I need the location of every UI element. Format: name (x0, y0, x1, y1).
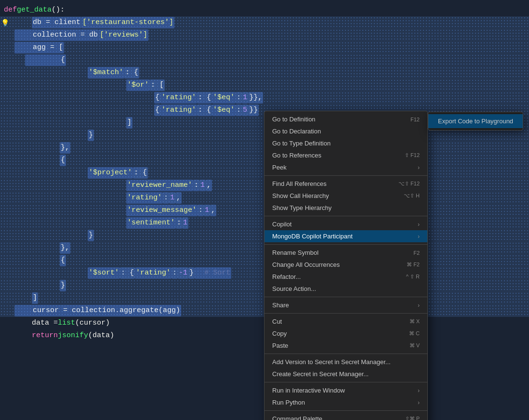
menu-separator (264, 410, 427, 411)
arrow-icon: › (418, 221, 420, 228)
menu-item-label: Copilot (272, 221, 414, 228)
menu-item-source-action[interactable]: Source Action... (264, 283, 427, 295)
menu-item-label: Share (272, 302, 414, 309)
menu-item-go-to-def[interactable]: Go to Definition F12 (264, 113, 427, 125)
menu-item-label: Go to Declaration (272, 128, 420, 135)
menu-item-label: Change All Occurrences (272, 261, 397, 268)
menu-shortcut: F12 (410, 117, 420, 122)
menu-item-label: Go to Type Definition (272, 140, 420, 147)
menu-shortcut: ^ ⇧ R (406, 274, 420, 280)
menu-item-go-to-refs[interactable]: Go to References ⇧ F12 (264, 149, 427, 161)
menu-separator (264, 244, 427, 245)
menu-item-label: Cut (272, 318, 400, 325)
menu-shortcut: ⌘ C (409, 330, 420, 337)
menu-shortcut: ⌘ F2 (407, 262, 420, 268)
menu-shortcut: ⌘ X (410, 318, 420, 325)
arrow-icon: › (418, 387, 420, 394)
menu-item-label: Create Secret in Secret Manager... (272, 370, 420, 378)
menu-shortcut: F2 (413, 250, 420, 256)
lightbulb-icon: 💡 (1, 18, 9, 28)
menu-item-label: Command Palette... (272, 415, 396, 420)
menu-separator (264, 297, 427, 297)
menu-item-peek[interactable]: Peek › (264, 161, 427, 173)
function-name: get_data (17, 4, 52, 16)
menu-item-cut[interactable]: Cut ⌘ X (264, 315, 427, 328)
code-line: '$match': { (0, 66, 529, 79)
menu-item-create-secret[interactable]: Create Secret in Secret Manager... (264, 368, 427, 380)
menu-item-mongodb-copilot[interactable]: MongoDB Copilot Participant › (264, 230, 427, 242)
menu-separator (264, 354, 427, 354)
arrow-icon: › (418, 164, 420, 171)
arrow-icon: › (418, 302, 420, 309)
menu-item-run-interactive[interactable]: Run in Interactive Window › (264, 384, 427, 396)
menu-item-label: Show Call Hierarchy (272, 192, 394, 199)
menu-item-label: Add Version to Secret in Secret Manager.… (272, 358, 420, 366)
menu-shortcut: ⌥⇧ F12 (398, 181, 420, 187)
context-menu: Go to Definition F12 Go to Declaration G… (264, 111, 428, 420)
menu-item-label: Rename Symbol (272, 249, 404, 256)
menu-item-label: Peek (272, 164, 414, 171)
menu-item-label: Go to Definition (272, 116, 401, 123)
menu-item-run-python[interactable]: Run Python › (264, 396, 427, 408)
menu-item-paste[interactable]: Paste ⌘ V (264, 340, 427, 352)
menu-item-label: Refactor... (272, 273, 397, 280)
arrow-icon: › (418, 233, 420, 240)
menu-item-label: MongoDB Copilot Participant (272, 233, 414, 240)
submenu-popup: Export Code to Playground (428, 112, 523, 131)
menu-shortcut: ⌥⇧ H (404, 193, 420, 199)
menu-item-label: Run in Interactive Window (272, 387, 414, 394)
keyword-def: def (4, 4, 17, 16)
menu-shortcut: ⇧⌘ P (405, 416, 420, 420)
menu-item-change-occurrences[interactable]: Change All Occurrences ⌘ F2 (264, 259, 427, 271)
menu-item-add-secret[interactable]: Add Version to Secret in Secret Manager.… (264, 356, 427, 368)
menu-item-find-refs[interactable]: Find All References ⌥⇧ F12 (264, 178, 427, 190)
menu-item-copilot[interactable]: Copilot › (264, 218, 427, 230)
submenu-label: Export Code to Playground (438, 118, 513, 125)
menu-item-refactor[interactable]: Refactor... ^ ⇧ R (264, 271, 427, 283)
menu-item-go-to-type-def[interactable]: Go to Type Definition (264, 137, 427, 149)
menu-separator (264, 382, 427, 382)
code-line: 💡 db = client['restaurant-stores'] (0, 16, 529, 29)
menu-item-share[interactable]: Share › (264, 299, 427, 311)
code-line: agg = [ (0, 41, 529, 54)
menu-item-command-palette[interactable]: Command Palette... ⇧⌘ P (264, 413, 427, 420)
export-to-playground-item[interactable]: Export Code to Playground (428, 114, 523, 128)
menu-shortcut: ⌘ V (410, 342, 420, 349)
menu-item-label: Show Type Hierarchy (272, 204, 420, 211)
code-line: {'rating': {'$eq': 1}}, (0, 92, 529, 104)
code-line: '$or': [ (0, 79, 529, 92)
menu-separator (264, 216, 427, 216)
menu-item-call-hierarchy[interactable]: Show Call Hierarchy ⌥⇧ H (264, 190, 427, 202)
code-line: collection = db['reviews'] (0, 29, 529, 41)
menu-item-type-hierarchy[interactable]: Show Type Hierarchy (264, 202, 427, 214)
menu-separator (264, 313, 427, 314)
menu-shortcut: ⇧ F12 (405, 152, 420, 158)
code-line: { (0, 54, 529, 66)
menu-item-copy[interactable]: Copy ⌘ C (264, 328, 427, 340)
menu-separator (264, 175, 427, 176)
menu-item-label: Run Python (272, 399, 414, 406)
code-line: def get_data(): (0, 4, 529, 16)
menu-item-label: Paste (272, 342, 400, 349)
menu-item-rename[interactable]: Rename Symbol F2 (264, 247, 427, 259)
menu-item-label: Copy (272, 330, 399, 337)
menu-item-label: Go to References (272, 152, 395, 159)
menu-item-label: Source Action... (272, 285, 420, 292)
arrow-icon: › (418, 399, 420, 406)
menu-item-label: Find All References (272, 180, 389, 187)
menu-item-go-to-decl[interactable]: Go to Declaration (264, 125, 427, 137)
